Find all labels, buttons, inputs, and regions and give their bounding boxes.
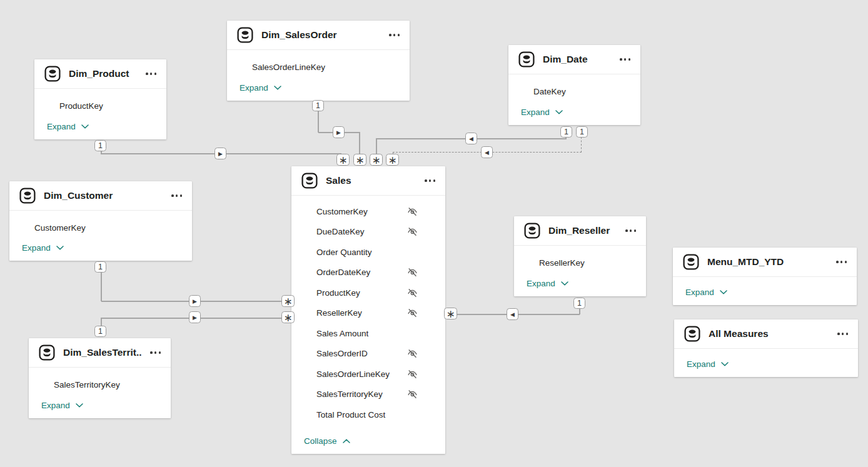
table-icon bbox=[237, 27, 253, 43]
table-card-dim-product[interactable]: Dim_Product ProductKey Expand bbox=[34, 59, 166, 139]
filter-direction-arrow-icon[interactable]: ▶ bbox=[189, 295, 201, 307]
cardinality-badge-one[interactable]: 1 bbox=[94, 140, 106, 151]
expand-toggle[interactable]: Expand bbox=[29, 401, 171, 418]
relationship-line[interactable] bbox=[101, 273, 102, 301]
more-options-icon[interactable] bbox=[171, 192, 182, 199]
more-options-icon[interactable] bbox=[146, 70, 156, 77]
hidden-field-icon[interactable] bbox=[407, 389, 418, 399]
cardinality-badge-many[interactable]: ∗ bbox=[353, 154, 366, 166]
toggle-label: Expand bbox=[685, 288, 714, 297]
cardinality-badge-one[interactable]: 1 bbox=[560, 126, 572, 138]
field-name: SalesOrderID bbox=[316, 349, 402, 358]
hidden-field-icon[interactable] bbox=[407, 206, 418, 217]
table-card-dim-salesorder[interactable]: Dim_SalesOrder SalesOrderLineKey Expand bbox=[227, 21, 410, 101]
table-title: Dim_Reseller bbox=[548, 225, 617, 236]
expand-toggle[interactable]: Expand bbox=[227, 83, 410, 101]
field-row[interactable]: SalesOrderID bbox=[291, 344, 445, 364]
table-title: Sales bbox=[326, 175, 416, 186]
field-row[interactable]: OrderDateKey bbox=[291, 263, 445, 283]
field-row[interactable]: ProductKey bbox=[291, 283, 445, 303]
more-options-icon[interactable] bbox=[425, 177, 435, 184]
table-card-dim-date[interactable]: Dim_Date DateKey Expand bbox=[508, 45, 640, 125]
filter-direction-arrow-icon[interactable]: ▶ bbox=[189, 311, 201, 323]
field-name: Sales Amount bbox=[316, 329, 418, 338]
expand-toggle[interactable]: Expand bbox=[9, 243, 192, 261]
field-row[interactable]: Total Product Cost bbox=[291, 404, 445, 425]
field-row[interactable]: Sales Amount bbox=[291, 323, 445, 344]
filter-direction-arrow-icon[interactable]: ◀ bbox=[465, 133, 477, 144]
field-row[interactable]: SalesTerritoryKey bbox=[29, 375, 171, 394]
filter-direction-arrow-icon[interactable]: ◀ bbox=[507, 308, 518, 320]
field-row[interactable]: CustomerKey bbox=[291, 201, 445, 222]
field-name: Order Quantity bbox=[316, 248, 418, 257]
model-view-canvas[interactable]: 1 1 1 1 1 1 1 ∗ ∗ ∗ ∗ ∗ ∗ ∗ ▶ ▶ ◀ ◀ ▶ ▶ … bbox=[0, 0, 868, 467]
field-row[interactable]: SalesTerritoryKey bbox=[291, 384, 445, 405]
field-row[interactable]: SalesOrderLineKey bbox=[291, 364, 445, 384]
field-row[interactable]: ProductKey bbox=[34, 96, 166, 115]
relationship-line[interactable] bbox=[101, 318, 102, 326]
expand-toggle[interactable]: Expand bbox=[34, 122, 166, 139]
cardinality-badge-many[interactable]: ∗ bbox=[370, 154, 383, 166]
relationship-line[interactable] bbox=[579, 308, 580, 314]
field-row[interactable]: CustomerKey bbox=[9, 218, 192, 237]
toggle-label: Expand bbox=[527, 279, 555, 288]
hidden-field-icon[interactable] bbox=[407, 226, 418, 237]
cardinality-badge-one[interactable]: 1 bbox=[94, 326, 106, 337]
cardinality-badge-many[interactable]: ∗ bbox=[281, 295, 295, 307]
expand-toggle[interactable]: Expand bbox=[514, 279, 646, 296]
cardinality-badge-many[interactable]: ∗ bbox=[336, 154, 350, 166]
cardinality-badge-one[interactable]: 1 bbox=[94, 261, 106, 273]
field-row[interactable]: ResellerKey bbox=[291, 303, 445, 324]
chevron-down-icon bbox=[274, 86, 281, 90]
table-icon bbox=[524, 223, 540, 239]
expand-toggle[interactable]: Expand bbox=[673, 288, 857, 305]
relationship-line[interactable] bbox=[376, 138, 377, 155]
field-row[interactable]: Order Quantity bbox=[291, 242, 445, 263]
table-card-dim-salesterritory[interactable]: Dim_SalesTerrit... SalesTerritoryKey Exp… bbox=[29, 338, 171, 418]
cardinality-badge-many[interactable]: ∗ bbox=[386, 154, 399, 166]
relationship-line-inactive[interactable] bbox=[581, 137, 582, 153]
filter-direction-arrow-icon[interactable]: ◀ bbox=[481, 146, 493, 158]
field-row[interactable]: SalesOrderLineKey bbox=[227, 58, 410, 76]
field-row[interactable]: ResellerKey bbox=[514, 253, 646, 272]
hidden-field-icon[interactable] bbox=[407, 369, 418, 379]
relationship-line[interactable] bbox=[318, 111, 319, 133]
field-row[interactable]: DateKey bbox=[508, 82, 640, 101]
hidden-field-icon[interactable] bbox=[407, 288, 418, 298]
more-options-icon[interactable] bbox=[389, 31, 400, 38]
table-card-dim-reseller[interactable]: Dim_Reseller ResellerKey Expand bbox=[514, 216, 646, 296]
many-glyph: ∗ bbox=[446, 309, 455, 319]
expand-toggle[interactable]: Expand bbox=[674, 359, 858, 377]
many-glyph: ∗ bbox=[283, 296, 292, 307]
field-name: ProductKey bbox=[59, 101, 139, 111]
filter-direction-arrow-icon[interactable]: ▶ bbox=[333, 126, 345, 138]
field-row[interactable]: DueDateKey bbox=[291, 222, 445, 243]
cardinality-badge-many[interactable]: ∗ bbox=[281, 311, 295, 323]
table-card-dim-customer[interactable]: Dim_Customer CustomerKey Expand bbox=[9, 181, 192, 261]
more-options-icon[interactable] bbox=[837, 330, 848, 337]
many-glyph: ∗ bbox=[355, 155, 364, 166]
table-card-header: Sales bbox=[291, 166, 445, 196]
table-card-header: Menu_MTD_YTD bbox=[673, 248, 857, 277]
filter-direction-arrow-icon[interactable]: ▶ bbox=[214, 148, 226, 159]
cardinality-badge-many[interactable]: ∗ bbox=[444, 308, 457, 319]
many-glyph: ∗ bbox=[338, 155, 347, 166]
more-options-icon[interactable] bbox=[150, 349, 161, 356]
more-options-icon[interactable] bbox=[625, 227, 636, 234]
table-card-sales[interactable]: Sales CustomerKey DueDateKey Order Quant… bbox=[291, 166, 445, 454]
expand-toggle[interactable]: Expand bbox=[508, 108, 640, 125]
cardinality-badge-one[interactable]: 1 bbox=[573, 298, 585, 309]
relationship-line[interactable] bbox=[359, 132, 360, 155]
collapse-toggle[interactable]: Collapse bbox=[291, 436, 445, 454]
table-card-menu-mtd-ytd[interactable]: Menu_MTD_YTD Expand bbox=[673, 248, 857, 305]
hidden-field-icon[interactable] bbox=[407, 348, 418, 359]
hidden-field-icon[interactable] bbox=[407, 308, 418, 318]
more-options-icon[interactable] bbox=[836, 258, 847, 265]
table-card-all-measures[interactable]: All Measures Expand bbox=[674, 319, 858, 377]
hidden-field-icon[interactable] bbox=[407, 267, 418, 278]
more-options-icon[interactable] bbox=[620, 56, 630, 63]
cardinality-badge-one[interactable]: 1 bbox=[576, 126, 588, 138]
table-icon bbox=[683, 254, 699, 270]
table-title: All Measures bbox=[709, 328, 829, 339]
cardinality-badge-one[interactable]: 1 bbox=[312, 100, 324, 111]
